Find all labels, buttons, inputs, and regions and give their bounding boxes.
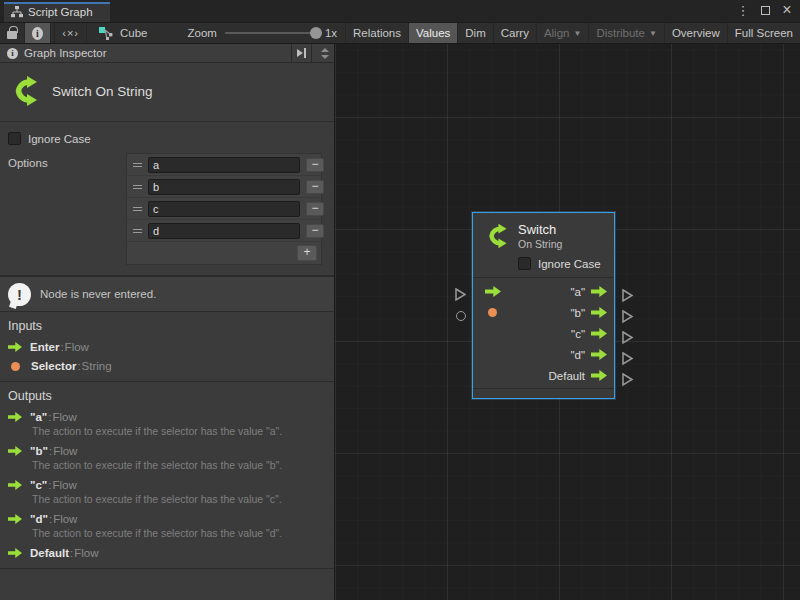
inspector-toggle-button[interactable]: i — [25, 23, 51, 43]
node-ports: "a" "b" "c" "d" — [473, 278, 614, 388]
scroll-up-icon[interactable] — [321, 48, 329, 52]
drag-handle-icon[interactable] — [133, 163, 142, 167]
node-header: Switch On String — [473, 213, 614, 252]
remove-option-button[interactable]: − — [306, 158, 324, 172]
add-option-button[interactable]: + — [297, 245, 317, 261]
script-graph-window: Script Graph ⋮ × i ‹×› Cube Zoom 1x — [0, 0, 800, 600]
external-flow-output-stub-icon[interactable] — [621, 309, 634, 324]
input-port-enter: Enter:Flow — [8, 341, 326, 353]
code-view-button[interactable]: ‹×› — [55, 23, 87, 43]
external-flow-output-stub-icon[interactable] — [621, 330, 634, 345]
value-port-icon — [11, 362, 20, 371]
close-icon[interactable]: × — [780, 3, 794, 17]
flow-port-icon — [8, 446, 22, 456]
graph-breadcrumb-button[interactable]: Cube — [87, 23, 160, 43]
zoom-slider[interactable] — [225, 32, 317, 34]
flow-port-icon — [8, 548, 22, 558]
node-title-section: Switch On String — [0, 63, 334, 122]
main-area: i Graph Inspector Switch On String Ig — [0, 44, 800, 600]
dim-button[interactable]: Dim — [458, 23, 493, 43]
output-port-icon[interactable] — [591, 328, 607, 339]
input-port-selector: Selector:String — [8, 360, 326, 372]
inspector-node-title: Switch On String — [52, 84, 153, 99]
list-item: − — [127, 154, 321, 176]
external-flow-output-stub-icon[interactable] — [621, 372, 634, 387]
external-value-input-stub-icon[interactable] — [456, 311, 466, 321]
align-dropdown[interactable]: Align▼ — [537, 23, 590, 43]
graph-canvas[interactable]: Switch On String Ignore Case "a" — [335, 44, 800, 600]
fullscreen-button[interactable]: Full Screen — [728, 23, 800, 43]
node-subtitle: On String — [518, 238, 562, 250]
option-input-3[interactable] — [148, 223, 300, 239]
output-port-b: "b":Flow — [8, 445, 326, 457]
output-port-description: The action to execute if the selector ha… — [32, 425, 326, 437]
switch-icon — [8, 75, 40, 107]
dock-panel-button[interactable] — [291, 44, 312, 62]
warning-banner: ! Node is never entered. — [0, 276, 334, 312]
option-input-1[interactable] — [148, 179, 300, 195]
flow-port-icon — [8, 514, 22, 524]
inspector-header: i Graph Inspector — [0, 44, 334, 63]
info-icon: i — [32, 27, 43, 40]
distribute-dropdown[interactable]: Distribute▼ — [589, 23, 665, 43]
remove-option-button[interactable]: − — [306, 202, 324, 216]
output-port-icon[interactable] — [591, 349, 607, 360]
list-item: − — [127, 198, 321, 220]
remove-option-button[interactable]: − — [306, 180, 324, 194]
options-footer: + — [127, 242, 321, 264]
maximize-icon[interactable] — [758, 3, 772, 17]
external-flow-input-stub-icon[interactable] — [454, 287, 467, 302]
zoom-slider-handle[interactable] — [310, 27, 322, 39]
outputs-section: Outputs "a":Flow The action to execute i… — [0, 382, 334, 568]
flow-port-icon — [8, 480, 22, 490]
output-port-icon[interactable] — [591, 370, 607, 381]
options-list: − − − − — [126, 153, 322, 265]
info-icon: i — [7, 48, 18, 59]
menu-icon[interactable]: ⋮ — [736, 3, 750, 17]
relations-button[interactable]: Relations — [345, 23, 409, 43]
drag-handle-icon[interactable] — [133, 185, 142, 189]
port-row-c: "c" — [473, 323, 614, 344]
options-label: Options — [8, 153, 48, 169]
enter-port-icon[interactable] — [485, 286, 501, 297]
ignore-case-row: Ignore Case — [0, 122, 334, 149]
output-port-description: The action to execute if the selector ha… — [32, 493, 326, 505]
port-row-a: "a" — [473, 281, 614, 302]
lock-button[interactable] — [0, 23, 25, 43]
output-port-c: "c":Flow — [8, 479, 326, 491]
outputs-header: Outputs — [8, 389, 326, 403]
ignore-case-checkbox[interactable] — [8, 132, 21, 145]
values-button[interactable]: Values — [409, 23, 458, 43]
carry-button[interactable]: Carry — [494, 23, 537, 43]
selector-port-icon[interactable] — [488, 308, 497, 317]
output-port-icon[interactable] — [591, 307, 607, 318]
graph-toolbar: i ‹×› Cube Zoom 1x Relations Values Dim … — [0, 22, 800, 44]
remove-option-button[interactable]: − — [306, 224, 324, 238]
chevron-down-icon: ▼ — [573, 29, 581, 38]
warning-icon: ! — [8, 283, 31, 306]
warning-text: Node is never entered. — [40, 288, 156, 300]
output-port-icon[interactable] — [591, 286, 607, 297]
output-port-description: The action to execute if the selector ha… — [32, 459, 326, 471]
inputs-header: Inputs — [8, 319, 326, 333]
output-port-d: "d":Flow — [8, 513, 326, 525]
scroll-down-icon[interactable] — [321, 55, 329, 59]
option-input-0[interactable] — [148, 157, 300, 173]
port-row-b: "b" — [473, 302, 614, 323]
lock-icon — [7, 31, 17, 39]
titlebar: Script Graph ⋮ × — [0, 0, 800, 22]
output-port-a: "a":Flow — [8, 411, 326, 423]
drag-handle-icon[interactable] — [133, 229, 142, 233]
ignore-case-checkbox[interactable] — [518, 257, 531, 270]
external-flow-output-stub-icon[interactable] — [621, 351, 634, 366]
external-flow-output-stub-icon[interactable] — [621, 288, 634, 303]
node-footer — [473, 388, 614, 398]
overview-button[interactable]: Overview — [665, 23, 728, 43]
inputs-section: Inputs Enter:Flow Selector:String — [0, 312, 334, 381]
option-input-2[interactable] — [148, 201, 300, 217]
options-section: Options − − − — [0, 149, 334, 271]
node-title: Switch — [518, 222, 562, 237]
switch-on-string-node[interactable]: Switch On String Ignore Case "a" — [472, 212, 615, 399]
tab-script-graph[interactable]: Script Graph — [4, 2, 110, 22]
drag-handle-icon[interactable] — [133, 207, 142, 211]
